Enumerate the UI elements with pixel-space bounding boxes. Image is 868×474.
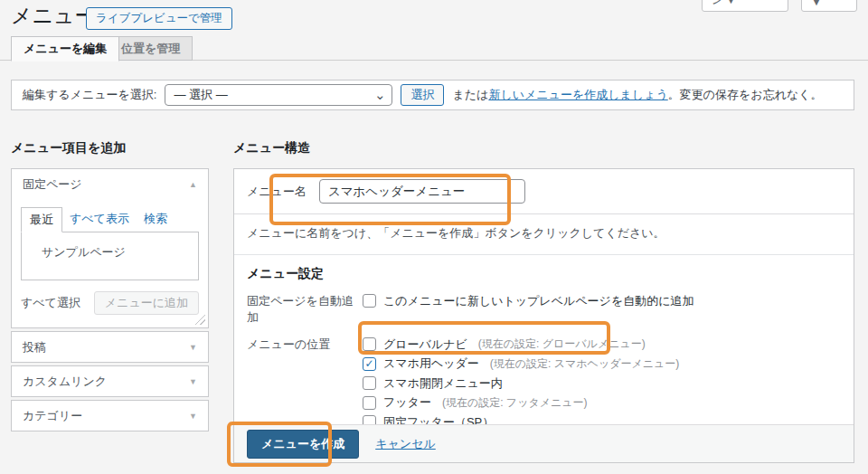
expand-arrow-icon: ▼	[189, 377, 197, 386]
list-item[interactable]: サンプルページ	[42, 245, 126, 259]
location-checkbox[interactable]	[363, 396, 376, 410]
categories-accordion: カテゴリー ▼	[11, 400, 209, 431]
add-to-menu-button[interactable]: メニューに追加	[94, 291, 199, 315]
hint-prefix: または	[452, 88, 488, 101]
auto-add-checkbox[interactable]	[363, 294, 376, 308]
custom-links-accordion-header[interactable]: カスタムリンク ▼	[12, 366, 208, 396]
location-item-sp-drawer: スマホ開閉メニュー内	[363, 374, 679, 393]
location-label[interactable]: スマホ用ヘッダー	[383, 356, 479, 372]
create-menu-button[interactable]: メニューを作成	[247, 430, 359, 459]
pages-accordion-title: 固定ページ	[23, 176, 82, 193]
menu-description: メニューに名前をつけ、「メニューを作成」ボタンをクリックしてください。	[234, 214, 854, 251]
location-checkbox[interactable]	[363, 337, 376, 351]
categories-accordion-header[interactable]: カテゴリー ▼	[12, 401, 208, 431]
select-all-link[interactable]: すべて選択	[21, 295, 80, 311]
select-menu-button[interactable]: 選択	[401, 84, 444, 106]
panel-footer: メニューを作成 キャンセル	[234, 424, 854, 462]
menu-select-dropdown[interactable]: — 選択 — ⌄	[165, 84, 392, 106]
add-menu-items-heading: メニュー項目を追加	[11, 140, 126, 156]
subtab-recent[interactable]: 最近	[21, 207, 62, 232]
location-label[interactable]: スマホ開閉メニュー内	[383, 375, 503, 392]
custom-links-accordion-title: カスタムリンク	[23, 374, 107, 390]
expand-arrow-icon: ▼	[189, 412, 197, 421]
hint-suffix: 。変更の保存をお忘れなく。	[668, 88, 823, 101]
subtab-view-all[interactable]: すべて表示	[62, 207, 137, 232]
select-menu-label: 編集するメニューを選択:	[23, 87, 156, 103]
chevron-down-icon: ⌄	[374, 86, 386, 104]
posts-accordion-title: 投稿	[23, 339, 46, 356]
menu-select-value: — 選択 —	[174, 87, 227, 103]
location-note: (現在の設定: フッタメニュー)	[442, 395, 588, 411]
add-menu-items-panel: 固定ページ ▲ 最近 すべて表示 検索 サンプルページ すべて選択 メニューに追…	[11, 168, 209, 431]
location-label[interactable]: フッター	[383, 394, 431, 411]
location-note: (現在の設定: スマホヘッダーメニュー)	[490, 356, 679, 372]
auto-add-row: 固定ページを自動追加 このメニューに新しいトップレベルページを自動的に追加	[234, 288, 854, 326]
location-item-sp-header: スマホ用ヘッダー (現在の設定: スマホヘッダーメニュー)	[363, 355, 679, 374]
expand-arrow-icon: ▼	[189, 343, 197, 352]
wordpress-menus-screen: メニュー ライブプレビューで管理 表示オプション ▼ ヘルプ ▼ メニューを編集…	[0, 0, 868, 474]
auto-add-label: 固定ページを自動追加	[247, 291, 363, 326]
menu-select-bar: 編集するメニューを選択: — 選択 — ⌄ 選択 または新しいメニューを作成しま…	[11, 80, 854, 110]
location-item-global-nav: グローバルナビ (現在の設定: グローバルメニュー)	[363, 335, 679, 355]
pages-accordion-header[interactable]: 固定ページ ▲	[12, 169, 208, 199]
help-button[interactable]: ヘルプ ▼	[801, 0, 857, 12]
location-checkbox-checked[interactable]	[363, 357, 376, 371]
auto-add-option-label[interactable]: このメニューに新しいトップレベルページを自動的に追加	[383, 293, 693, 309]
menu-name-label: メニュー名	[247, 184, 307, 200]
location-note: (現在の設定: グローバルメニュー)	[478, 337, 646, 352]
create-menu-hint: または新しいメニューを作成しましょう。変更の保存をお忘れなく。	[452, 87, 822, 103]
subtab-search[interactable]: 検索	[137, 207, 175, 232]
menu-settings-heading: メニュー設定	[234, 255, 854, 288]
create-new-menu-link[interactable]: 新しいメニューを作成しましょう	[488, 88, 667, 101]
menu-structure-panel: メニュー名 メニューに名前をつけ、「メニューを作成」ボタンをクリックしてください…	[233, 168, 854, 463]
pages-actions: すべて選択 メニューに追加	[21, 291, 199, 315]
pages-subtabs: 最近 すべて表示 検索	[21, 207, 199, 232]
categories-accordion-title: カテゴリー	[23, 408, 82, 424]
posts-accordion: 投稿 ▼	[11, 331, 209, 363]
screen-options-button[interactable]: 表示オプション ▼	[702, 0, 788, 12]
pages-accordion: 固定ページ ▲ 最近 すべて表示 検索 サンプルページ すべて選択 メニューに追…	[11, 168, 209, 328]
location-item-footer: フッター (現在の設定: フッタメニュー)	[363, 393, 679, 413]
live-preview-button[interactable]: ライブプレビューで管理	[86, 7, 232, 30]
resize-grip-icon[interactable]	[195, 315, 205, 325]
menu-structure-heading: メニュー構造	[233, 140, 310, 156]
tab-edit-menus[interactable]: メニューを編集	[11, 36, 119, 62]
tab-manage-locations[interactable]: 位置を管理	[108, 36, 193, 61]
posts-accordion-header[interactable]: 投稿 ▼	[12, 332, 208, 362]
collapse-arrow-icon: ▲	[189, 180, 197, 189]
location-checkbox[interactable]	[363, 376, 376, 390]
location-label[interactable]: グローバルナビ	[383, 337, 467, 353]
pages-accordion-body: 最近 すべて表示 検索 サンプルページ すべて選択 メニューに追加	[12, 199, 208, 327]
menu-name-input[interactable]	[319, 179, 525, 204]
page-title: メニュー	[11, 2, 96, 30]
cancel-link[interactable]: キャンセル	[375, 436, 436, 452]
pages-list: サンプルページ	[21, 232, 199, 280]
menu-name-row: メニュー名	[234, 169, 854, 214]
custom-links-accordion: カスタムリンク ▼	[11, 365, 209, 397]
